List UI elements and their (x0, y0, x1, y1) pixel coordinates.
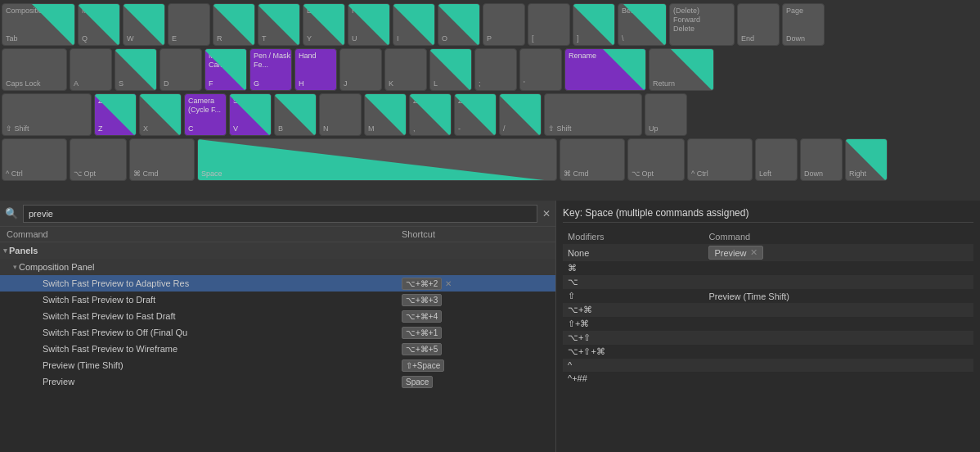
key-end[interactable]: End (737, 3, 780, 46)
key-cmd-left[interactable]: ⌘ Cmd (129, 138, 195, 181)
key-l[interactable]: L (429, 48, 472, 91)
key-e[interactable]: E (168, 3, 210, 46)
key-r[interactable]: R (213, 3, 255, 46)
key-v[interactable]: Selection V (229, 93, 272, 136)
command-column-header: Command (704, 229, 973, 244)
key-tab[interactable]: Composition Mini-... Tab (2, 3, 75, 46)
search-clear-button[interactable]: ✕ (542, 208, 551, 219)
key-opt-left[interactable]: ⌥ Opt (70, 138, 127, 181)
shortcut-list-panel: 🔍 ✕ Command Shortcut ▾ Panels ▾ Composit… (0, 201, 556, 452)
key-caps-lock[interactable]: Caps Lock (2, 48, 67, 91)
column-command-header: Command (7, 229, 402, 239)
key-ctrl-left[interactable]: ^ Ctrl (2, 138, 67, 181)
key-a[interactable]: A (70, 48, 112, 91)
key-b[interactable]: B (274, 93, 317, 136)
modifier-row[interactable]: ^ (563, 359, 973, 372)
key-cmd-right[interactable]: ⌘ Cmd (560, 138, 625, 181)
shortcut-table-body: ▾ Panels ▾ Composition Panel Switch Fast… (0, 242, 555, 452)
key-j[interactable]: J (339, 48, 382, 91)
keyboard-row-0: Composition Mini-... Tab Mask (C... Q W … (2, 3, 978, 46)
search-icon: 🔍 (5, 207, 18, 219)
key-comma[interactable]: Zoom Out , (409, 93, 452, 136)
key-z[interactable]: Zoom Z (94, 93, 137, 136)
search-input[interactable] (23, 205, 537, 223)
table-row[interactable]: ▾ Panels (0, 242, 555, 259)
modifier-row[interactable]: ⌥+⌘ (563, 303, 973, 317)
table-row[interactable]: ▾ Composition Panel (0, 259, 555, 275)
table-row[interactable]: Switch Fast Preview to Wireframe ⌥+⌘+5 (0, 341, 555, 357)
keyboard-row-3: ^ Ctrl ⌥ Opt ⌘ Cmd Space ⌘ Cmd ⌥ Opt ^ C… (2, 138, 978, 181)
modifier-row[interactable]: ⌘ (563, 261, 973, 275)
key-shift-left[interactable]: ⇧ Shift (2, 93, 92, 136)
key-y[interactable]: Behind... Y (303, 3, 345, 46)
key-backslash[interactable]: Betwee... \ (618, 3, 667, 46)
key-m[interactable]: M (364, 93, 407, 136)
key-shift-right[interactable]: ⇧ Shift (544, 93, 642, 136)
key-i[interactable]: I (393, 3, 435, 46)
key-semicolon[interactable]: ; (474, 48, 517, 91)
key-slash[interactable]: / (499, 93, 542, 136)
key-ctrl-right[interactable]: ^ Ctrl (687, 138, 753, 181)
key-t[interactable]: T (258, 3, 300, 46)
table-row[interactable]: Switch Fast Preview to Draft ⌥+⌘+3 (0, 292, 555, 308)
modifier-row[interactable]: None Preview ✕ (563, 244, 973, 261)
table-row[interactable]: Switch Fast Preview to Off (Final Qu ⌥+⌘… (0, 324, 555, 341)
key-n[interactable]: N (319, 93, 362, 136)
key-page-down[interactable]: Page Down (782, 3, 825, 46)
modifier-row[interactable]: ^+## (563, 372, 973, 385)
keyboard-row-1: Caps Lock A S D Move Camera... F Pen / M… (2, 48, 978, 91)
modifier-row[interactable]: ⌥+⇧ (563, 331, 973, 345)
key-space[interactable]: Space (197, 138, 557, 181)
table-row[interactable]: Switch Fast Preview to Fast Draft ⌥+⌘+4 (0, 308, 555, 324)
key-info-title: Key: Space (multiple commands assigned) (563, 207, 973, 223)
key-up[interactable]: Up (645, 93, 687, 136)
key-w[interactable]: W (123, 3, 165, 46)
key-g[interactable]: Pen / Mask Fe... G (249, 48, 292, 91)
key-x[interactable]: X (139, 93, 182, 136)
key-f[interactable]: Move Camera... F (205, 48, 247, 91)
modifier-row[interactable]: ⌥ (563, 275, 973, 289)
key-left[interactable]: Left (755, 138, 798, 181)
modifier-row[interactable]: ⇧+⌘ (563, 317, 973, 331)
key-d[interactable]: D (160, 48, 202, 91)
modifier-row[interactable]: ⇧ Preview (Time Shift) (563, 289, 973, 303)
key-info-panel: Key: Space (multiple commands assigned) … (556, 201, 980, 452)
column-shortcut-header: Shortcut (402, 229, 549, 239)
keyboard-area: Composition Mini-... Tab Mask (C... Q W … (0, 0, 980, 201)
modifier-row[interactable]: ⌥+⇧+⌘ (563, 345, 973, 359)
bottom-area: 🔍 ✕ Command Shortcut ▾ Panels ▾ Composit… (0, 201, 980, 452)
key-s[interactable]: S (115, 48, 157, 91)
table-header: Command Shortcut (0, 227, 555, 242)
key-delete[interactable]: (Delete)ForwardDelete (669, 3, 735, 46)
key-o[interactable]: O (438, 3, 480, 46)
key-bracket-left[interactable]: [ (528, 3, 570, 46)
modifiers-column-header: Modifiers (563, 229, 704, 244)
key-p[interactable]: P (483, 3, 525, 46)
key-k[interactable]: K (384, 48, 427, 91)
modifiers-table: Modifiers Command None Preview ✕ ⌘ (563, 229, 973, 385)
key-opt-right[interactable]: ⌥ Opt (627, 138, 685, 181)
key-u[interactable]: Hide Fr... U (348, 3, 390, 46)
key-q[interactable]: Mask (C... Q (78, 3, 120, 46)
key-bracket-right[interactable]: ] (573, 3, 615, 46)
table-row[interactable]: Switch Fast Preview to Adaptive Res ⌥+⌘+… (0, 275, 555, 292)
key-down[interactable]: Down (800, 138, 843, 181)
shortcut-remove-button[interactable]: ✕ (445, 279, 452, 288)
keyboard-row-2: ⇧ Shift Zoom Z X Camera (Cycle F... C Se… (2, 93, 978, 136)
key-right[interactable]: Right (845, 138, 888, 181)
table-row[interactable]: Preview Space (0, 373, 555, 390)
table-row[interactable]: Preview (Time Shift) ⇧+Space (0, 357, 555, 373)
key-c[interactable]: Camera (Cycle F... C (184, 93, 227, 136)
key-rename[interactable]: Rename (564, 48, 646, 91)
key-quote[interactable]: ' (519, 48, 562, 91)
key-return[interactable]: Return (649, 48, 714, 91)
command-remove-button[interactable]: ✕ (750, 247, 757, 258)
key-h[interactable]: Hand H (294, 48, 337, 91)
search-bar: 🔍 ✕ (0, 201, 555, 227)
key-period[interactable]: Zoom In - (454, 93, 497, 136)
